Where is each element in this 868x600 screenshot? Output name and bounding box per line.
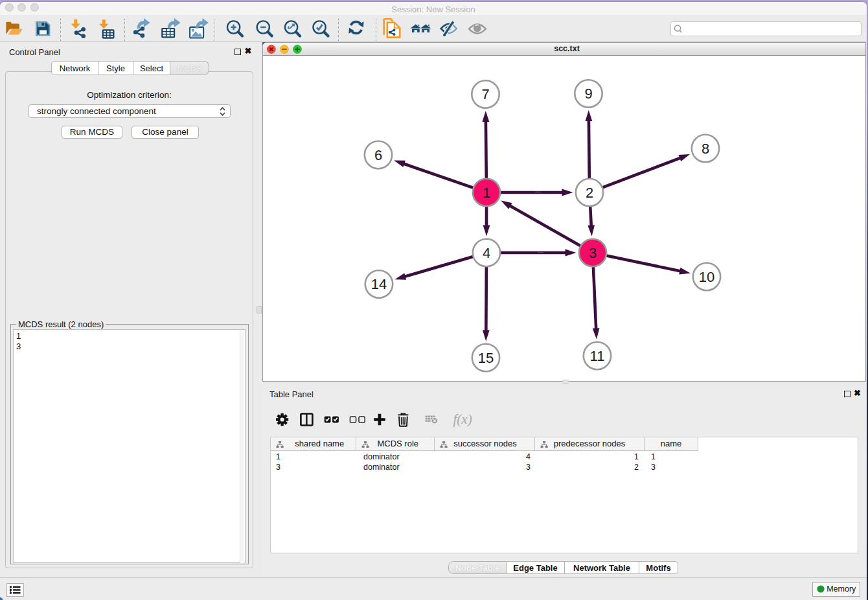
svg-text:9: 9 (584, 86, 592, 102)
svg-text:2: 2 (586, 185, 593, 201)
svg-text:4: 4 (483, 245, 490, 261)
svg-text:f(x): f(x) (453, 411, 472, 427)
svg-text:15: 15 (478, 350, 494, 366)
svg-text:11: 11 (590, 348, 605, 364)
svg-text:8: 8 (702, 141, 709, 157)
svg-text:1: 1 (483, 185, 490, 201)
svg-text:6: 6 (374, 147, 382, 163)
svg-text:14: 14 (371, 276, 387, 292)
svg-text:3: 3 (589, 245, 597, 261)
svg-text:10: 10 (699, 269, 714, 285)
svg-text:7: 7 (481, 86, 489, 102)
